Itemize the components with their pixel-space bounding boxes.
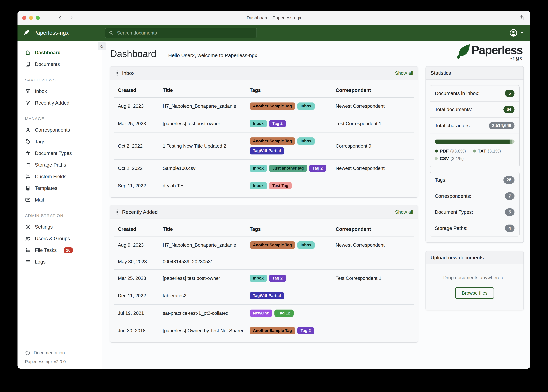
document-title[interactable]: [paperless] Owned by Test Not Shared [163,328,250,333]
bar-segment-txt [510,140,512,144]
stat-row-storage-paths: Storage Paths:4 [430,220,519,236]
upload-dropzone[interactable]: Drop documents anywhere or Browse files [426,264,523,310]
document-row[interactable]: Oct 2, 2022Sample100.csvInboxJust anothe… [114,160,414,177]
correspondent[interactable]: Newest Correspondent [336,166,414,171]
search-input[interactable] [117,30,253,36]
document-title[interactable]: 1 Testing New Title Updated 2 [163,143,250,149]
document-title[interactable]: H7_Napoleon_Bonaparte_zadanie [163,103,250,109]
document-row[interactable]: May 30, 20230004814539_20230531 [114,254,414,270]
user-menu-button[interactable] [509,28,530,37]
sidebar-item-correspondents[interactable]: Correspondents [17,124,102,136]
brand[interactable]: Paperless-ngx [17,30,105,36]
tag-tag-12[interactable]: Tag 12 [274,309,294,317]
legend-dot [435,150,438,153]
document-row[interactable]: Oct 2, 20221 Testing New Title Updated 2… [114,133,414,160]
tag-inbox[interactable]: Inbox [250,165,267,172]
search-bar[interactable] [105,28,257,38]
show-all-link[interactable]: Show all [395,70,413,76]
created-date: Aug 9, 2023 [118,242,163,248]
column-header-tags: Tags [250,87,336,93]
sidebar-item-custom-fields[interactable]: Custom Fields [17,171,102,182]
correspondent[interactable]: Newest Correspondent [336,242,414,248]
document-row[interactable]: Jul 19, 2021sat-practice-test-1_pt2-coll… [114,305,414,322]
tags-cell: InboxTag 2 [250,120,336,127]
sidebar-collapse-button[interactable]: « [98,42,106,50]
tag-just-another-tag[interactable]: Just another tag [269,165,307,172]
forward-icon[interactable] [69,15,74,20]
show-all-link[interactable]: Show all [395,209,413,215]
sidebar-item-mail[interactable]: Mail [17,194,102,206]
sidebar-item-templates[interactable]: Templates [17,182,102,194]
zoom-window-button[interactable] [36,16,40,20]
created-date: Jul 19, 2021 [118,310,163,316]
share-icon[interactable] [519,15,524,21]
document-row[interactable]: Dec 11, 2022tablerates2TagWithPartial [114,287,414,305]
tag-tag-2[interactable]: Tag 2 [269,120,286,127]
back-icon[interactable] [58,15,63,20]
document-title[interactable]: tablerates2 [163,293,250,299]
document-title[interactable]: Sample100.csv [163,166,250,171]
sidebar-item-label: Custom Fields [35,174,66,179]
correspondent[interactable]: Correspondent 9 [336,143,414,149]
tag-tag-2[interactable]: Tag 2 [309,165,326,172]
document-row[interactable]: Sep 11, 2022drylab TestInboxTest Tag [114,177,414,194]
column-header-title: Title [163,87,250,93]
tag-tag-2[interactable]: Tag 2 [297,327,314,334]
tag-newone[interactable]: NewOne [250,309,272,317]
tag-another-sample-tag[interactable]: Another Sample Tag [250,103,295,110]
sidebar-item-dashboard[interactable]: Dashboard [17,47,102,58]
tags-cell: InboxTest Tag [250,182,336,189]
tag-inbox[interactable]: Inbox [250,182,267,189]
document-title[interactable]: [paperless] test post-owner [163,275,250,281]
tag-another-sample-tag[interactable]: Another Sample Tag [250,327,295,334]
sidebar-item-storage-paths[interactable]: Storage Paths [17,159,102,171]
document-title[interactable]: 0004814539_20230531 [163,259,250,264]
users-icon [25,236,31,241]
correspondent[interactable]: Test Correspondent 1 [336,275,414,281]
sidebar-item-logs[interactable]: Logs [17,256,102,268]
bar-segment-pdf [435,140,510,144]
caret-down-icon [520,32,523,34]
sidebar-item-document-types[interactable]: Document Types [17,147,102,159]
tag-inbox[interactable]: Inbox [250,120,267,127]
sidebar-item-inbox[interactable]: Inbox [17,85,102,97]
correspondent[interactable]: Test Correspondent 1 [336,121,414,126]
document-row[interactable]: Aug 9, 2023H7_Napoleon_Bonaparte_zadanie… [114,237,414,254]
document-row[interactable]: Aug 9, 2023H7_Napoleon_Bonaparte_zadanie… [114,98,414,115]
sidebar-item-users-groups[interactable]: Users & Groups [17,233,102,245]
document-title[interactable]: H7_Napoleon_Bonaparte_zadanie [163,242,250,248]
sidebar-item-settings[interactable]: Settings [17,221,102,233]
document-row[interactable]: Jun 30, 2018[paperless] Owned by Test No… [114,322,414,339]
tag-tagwithpartial[interactable]: TagWithPartial [250,147,284,154]
tag-tagwithpartial[interactable]: TagWithPartial [250,292,284,299]
document-row[interactable]: Mar 25, 2023[paperless] test post-ownerI… [114,115,414,133]
tag-tag-2[interactable]: Tag 2 [269,275,286,282]
sidebar-item-label: File Tasks [35,247,57,253]
sidebar-item-file-tasks[interactable]: File Tasks16 [17,245,102,256]
browse-files-button[interactable]: Browse files [455,287,494,299]
legend-item-pdf: PDF(93.8%) [435,148,466,154]
tag-inbox[interactable]: Inbox [250,275,267,282]
document-row[interactable]: Mar 25, 2023[paperless] test post-ownerI… [114,270,414,287]
tags-cell: Another Sample TagInbox [250,241,336,249]
sidebar-item-tags[interactable]: Tags [17,136,102,147]
funnel-icon [25,100,31,106]
document-title[interactable]: drylab Test [163,183,250,189]
document-title[interactable]: [paperless] test post-owner [163,121,250,126]
sidebar-item-recently-added[interactable]: Recently Added [17,97,102,109]
document-title[interactable]: sat-practice-test-1_pt2-collated [163,310,250,316]
tag-another-sample-tag[interactable]: Another Sample Tag [250,137,295,145]
tag-another-sample-tag[interactable]: Another Sample Tag [250,241,295,249]
sidebar-item-label: Document Types [35,150,72,156]
tag-inbox[interactable]: Inbox [297,137,315,145]
tag-inbox[interactable]: Inbox [297,241,315,249]
minimize-window-button[interactable] [29,16,33,20]
tag-test-tag[interactable]: Test Tag [269,182,292,189]
documentation-link[interactable]: Documentation [25,348,102,358]
tag-inbox[interactable]: Inbox [297,103,315,110]
correspondent[interactable]: Newest Correspondent [336,103,414,109]
documentation-label: Documentation [34,350,65,356]
sidebar-item-documents[interactable]: Documents [17,58,102,70]
legend-item-csv: CSV(3.1%) [435,156,464,161]
close-window-button[interactable] [22,16,26,20]
